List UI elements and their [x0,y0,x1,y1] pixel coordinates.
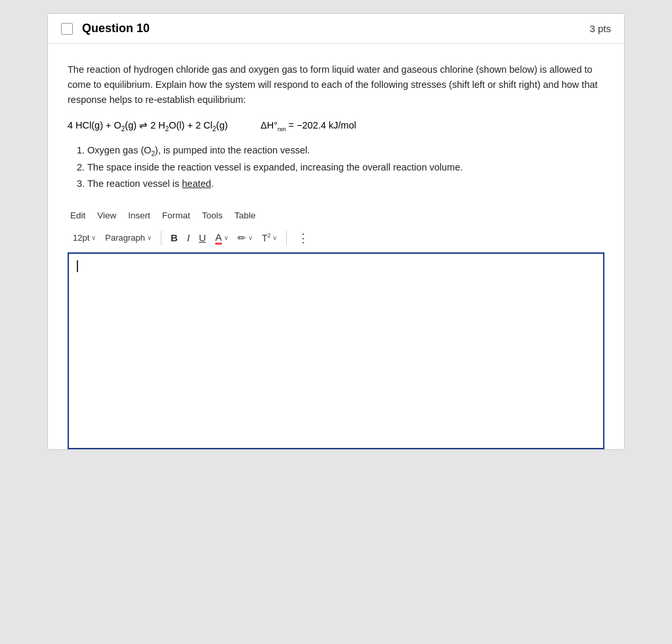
list-item: Oxygen gas (O2), is pumped into the reac… [87,142,604,159]
pts-label: 3 pts [589,23,611,34]
paragraph-selector[interactable]: Paragraph ∨ [102,231,154,244]
equation: 4 HCl(g) + O2(g) ⇌ 2 H2O(l) + 2 Cl2(g) [68,120,228,132]
paragraph-label: Paragraph [105,233,145,243]
menu-insert[interactable]: Insert [128,211,150,220]
font-color-button[interactable]: A ∨ [213,230,231,246]
answer-area[interactable] [68,252,604,449]
menu-format[interactable]: Format [162,211,190,220]
font-color-label: A [215,231,222,245]
font-color-chevron: ∨ [224,234,228,241]
menu-bar: Edit View Insert Format Tools Table [68,205,604,226]
question-title: Question 10 [82,22,150,35]
equation-line: 4 HCl(g) + O2(g) ⇌ 2 H2O(l) + 2 Cl2(g) Δ… [68,120,604,132]
question-text: The reaction of hydrogen chloride gas an… [68,62,604,108]
question-card: Question 10 3 pts The reaction of hydrog… [47,13,625,450]
toolbar-separator-2 [286,231,287,245]
superscript-button[interactable]: T2 ∨ [259,231,280,245]
more-options-button[interactable]: ⋮ [293,230,314,247]
italic-button[interactable]: I [184,231,192,245]
highlight-icon: ✏ [238,232,246,244]
text-cursor [77,260,78,272]
font-size-chevron: ∨ [91,234,96,241]
toolbar-area: Edit View Insert Format Tools Table 12pt… [68,205,604,449]
toolbar-separator-1 [161,231,161,245]
card-body: The reaction of hydrogen chloride gas an… [48,44,624,449]
menu-table[interactable]: Table [234,211,255,220]
highlight-chevron: ∨ [248,234,253,241]
superscript-label: T2 [262,232,271,243]
bold-button[interactable]: B [168,231,180,245]
format-toolbar: 12pt ∨ Paragraph ∨ B I U A ∨ ✏ ∨ [68,226,604,252]
font-size-selector[interactable]: 12pt ∨ [70,231,98,244]
delta-h: ΔH°rxn = −202.4 kJ/mol [261,120,356,132]
list-item: The reaction vessel is heated. [87,176,604,192]
menu-tools[interactable]: Tools [202,211,223,220]
highlight-button[interactable]: ✏ ∨ [235,231,255,245]
menu-view[interactable]: View [97,211,116,220]
question-checkbox[interactable] [61,23,73,35]
menu-edit[interactable]: Edit [70,211,85,220]
numbered-list: Oxygen gas (O2), is pumped into the reac… [81,142,604,191]
underline-button[interactable]: U [196,231,209,245]
superscript-chevron: ∨ [272,234,277,241]
font-size-value: 12pt [73,233,89,243]
list-item: The space inside the reaction vessel is … [87,159,604,176]
paragraph-chevron: ∨ [147,234,152,241]
